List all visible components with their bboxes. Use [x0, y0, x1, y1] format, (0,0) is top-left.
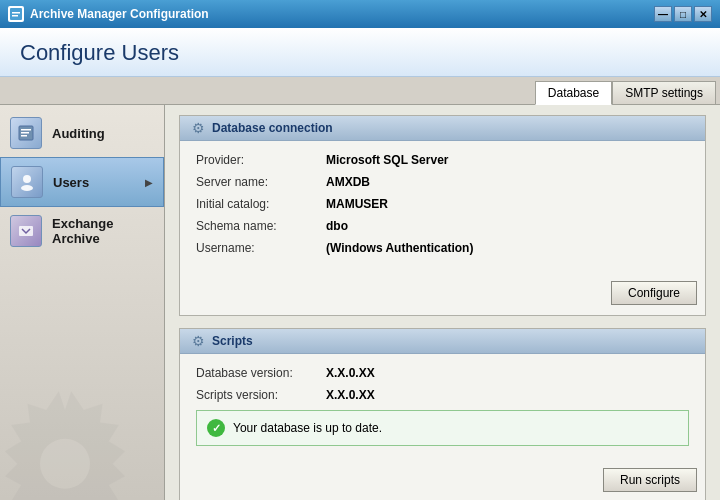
main-window: Configure Users Database SMTP settings A…: [0, 28, 720, 500]
username-value: (Windows Authentication): [326, 241, 473, 255]
server-label: Server name:: [196, 175, 326, 189]
database-section-header: ⚙ Database connection: [180, 116, 705, 141]
provider-label: Provider:: [196, 153, 326, 167]
provider-row: Provider: Microsoft SQL Server: [196, 153, 689, 167]
db-version-row: Database version: X.X.0.XX: [196, 366, 689, 380]
main-panel: ⚙ Database connection Provider: Microsof…: [165, 105, 720, 500]
svg-point-10: [40, 439, 90, 489]
scripts-section-body: Database version: X.X.0.XX Scripts versi…: [180, 354, 705, 462]
server-row: Server name: AMXDB: [196, 175, 689, 189]
content-area: Auditing Users ▶: [0, 105, 720, 500]
close-button[interactable]: ✕: [694, 6, 712, 22]
tabs-row: Database SMTP settings: [0, 77, 720, 105]
schema-label: Schema name:: [196, 219, 326, 233]
database-section: ⚙ Database connection Provider: Microsof…: [179, 115, 706, 316]
database-section-title: Database connection: [212, 121, 333, 135]
minimize-button[interactable]: —: [654, 6, 672, 22]
catalog-label: Initial catalog:: [196, 197, 326, 211]
username-label: Username:: [196, 241, 326, 255]
maximize-button[interactable]: □: [674, 6, 692, 22]
svg-rect-9: [19, 226, 33, 236]
sidebar-item-auditing[interactable]: Auditing: [0, 109, 164, 157]
svg-rect-4: [21, 129, 31, 131]
app-title: Archive Manager Configuration: [30, 7, 209, 21]
database-gear-icon: ⚙: [190, 120, 206, 136]
svg-rect-2: [12, 15, 18, 17]
exchange-label-1: Exchange: [52, 216, 113, 231]
catalog-value: MAMUSER: [326, 197, 388, 211]
scripts-version-value: X.X.0.XX: [326, 388, 375, 402]
sidebar: Auditing Users ▶: [0, 105, 165, 500]
sidebar-item-users[interactable]: Users ▶: [0, 157, 164, 207]
auditing-label: Auditing: [52, 126, 105, 141]
status-box: Your database is up to date.: [196, 410, 689, 446]
run-scripts-btn-row: Run scripts: [180, 462, 705, 500]
window-controls: — □ ✕: [654, 6, 712, 22]
scripts-section-title: Scripts: [212, 334, 253, 348]
sidebar-item-exchange[interactable]: Exchange Archive: [0, 207, 164, 255]
users-icon: [11, 166, 43, 198]
db-version-label: Database version:: [196, 366, 326, 380]
exchange-icon: [10, 215, 42, 247]
svg-point-8: [21, 185, 33, 191]
title-bar: Archive Manager Configuration — □ ✕: [0, 0, 720, 28]
svg-rect-5: [21, 132, 29, 134]
exchange-label-2: Archive: [52, 231, 113, 246]
run-scripts-button[interactable]: Run scripts: [603, 468, 697, 492]
status-message: Your database is up to date.: [233, 421, 382, 435]
svg-rect-6: [21, 135, 27, 137]
server-value: AMXDB: [326, 175, 370, 189]
svg-point-7: [23, 175, 31, 183]
schema-value: dbo: [326, 219, 348, 233]
scripts-section: ⚙ Scripts Database version: X.X.0.XX Scr…: [179, 328, 706, 500]
tab-smtp[interactable]: SMTP settings: [612, 81, 716, 104]
auditing-icon: [10, 117, 42, 149]
configure-button[interactable]: Configure: [611, 281, 697, 305]
svg-rect-0: [10, 8, 22, 20]
scripts-version-label: Scripts version:: [196, 388, 326, 402]
app-icon: [8, 6, 24, 22]
db-version-value: X.X.0.XX: [326, 366, 375, 380]
users-label: Users: [53, 175, 89, 190]
users-arrow: ▶: [145, 177, 153, 188]
schema-row: Schema name: dbo: [196, 219, 689, 233]
provider-value: Microsoft SQL Server: [326, 153, 448, 167]
username-row: Username: (Windows Authentication): [196, 241, 689, 255]
page-title: Configure Users: [20, 40, 700, 66]
status-ok-icon: [207, 419, 225, 437]
scripts-section-header: ⚙ Scripts: [180, 329, 705, 354]
scripts-version-row: Scripts version: X.X.0.XX: [196, 388, 689, 402]
database-section-body: Provider: Microsoft SQL Server Server na…: [180, 141, 705, 275]
sidebar-watermark: [0, 385, 140, 500]
svg-rect-1: [12, 12, 20, 14]
configure-btn-row: Configure: [180, 275, 705, 315]
scripts-gear-icon: ⚙: [190, 333, 206, 349]
page-header: Configure Users: [0, 28, 720, 77]
catalog-row: Initial catalog: MAMUSER: [196, 197, 689, 211]
tab-database[interactable]: Database: [535, 81, 612, 105]
